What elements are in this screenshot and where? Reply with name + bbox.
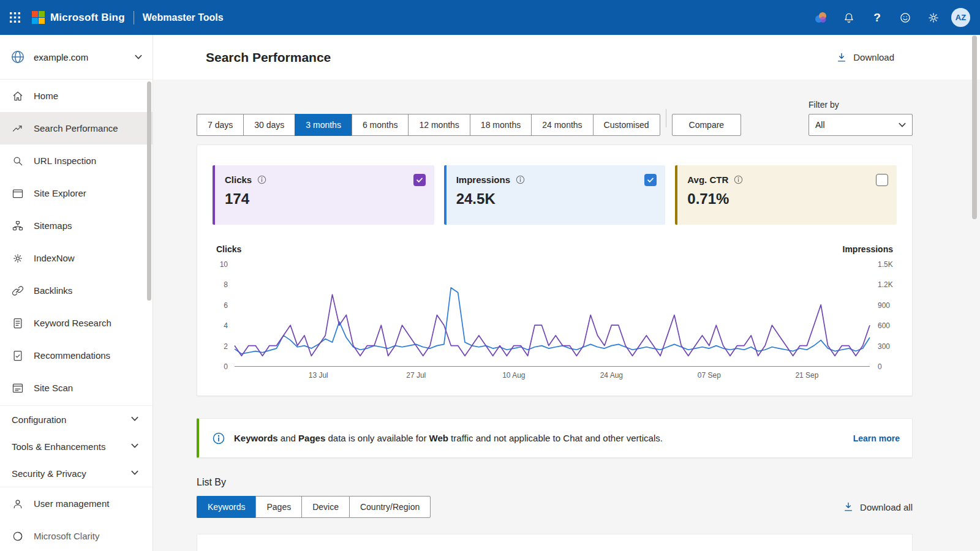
y-tick: 10 [220, 260, 228, 269]
y-tick: 300 [878, 342, 890, 351]
sidebar-scrollbar-thumb[interactable] [147, 81, 151, 301]
y-tick: 6 [224, 301, 228, 310]
site-selector[interactable]: example.com [0, 35, 153, 80]
learn-more-link[interactable]: Learn more [853, 433, 900, 443]
brand-divider [134, 11, 134, 24]
listby-tab-country-region[interactable]: Country/Region [349, 496, 431, 518]
range-tab-7-days[interactable]: 7 days [197, 114, 243, 136]
y-tick: 4 [224, 321, 228, 330]
main-scrollbar-thumb[interactable] [972, 36, 977, 219]
metric-card-clicks[interactable]: Clicks 174 [213, 165, 434, 225]
info-icon [516, 175, 525, 184]
sidebar-section-configuration[interactable]: Configuration [0, 406, 153, 433]
metric-checkbox-avg-ctr[interactable] [876, 174, 888, 186]
sidebar-item-label: Recommendations [34, 350, 110, 361]
sidebar-item-microsoft-clarity[interactable]: Microsoft Clarity [0, 520, 153, 551]
x-axis-ticks: 13 Jul27 Jul10 Aug24 Aug07 Sep21 Sep [235, 366, 870, 381]
sidebar-item-indexnow[interactable]: IndexNow [0, 242, 153, 274]
filter-dropdown-value: All [815, 120, 825, 130]
sidebar-item-sitemaps[interactable]: Sitemaps [0, 209, 153, 242]
chart: 10 8 6 4 2 0 13 Jul27 Jul10 Aug24 Aug07 … [213, 264, 897, 395]
range-tab-30-days[interactable]: 30 days [243, 114, 295, 136]
download-all-label: Download all [860, 502, 913, 512]
range-tab-6-months[interactable]: 6 months [352, 114, 409, 136]
range-tab-12-months[interactable]: 12 months [408, 114, 469, 136]
sidebar-item-label: Search Performance [34, 123, 118, 133]
sidebar-item-site-explorer[interactable]: Site Explorer [0, 177, 153, 209]
metric-label: Impressions [456, 174, 510, 185]
sidebar-item-url-inspection[interactable]: URL Inspection [0, 144, 153, 177]
download-icon [842, 501, 854, 513]
chevron-down-icon [130, 441, 139, 452]
sidebar-item-recommendations[interactable]: Recommendations [0, 339, 153, 372]
sidebar-item-home[interactable]: Home [0, 80, 153, 112]
home-icon [12, 90, 24, 102]
sidebar: example.com Home Search Performance URL … [0, 35, 153, 551]
listby-tab-keywords[interactable]: Keywords [197, 496, 255, 518]
metric-value: 0.71% [687, 190, 887, 208]
avatar[interactable]: AZ [951, 8, 970, 27]
document-lines-icon [12, 317, 24, 329]
feedback-smiley-icon[interactable] [891, 0, 919, 35]
clarity-colorful-icon[interactable] [807, 0, 835, 35]
site-name: example.com [34, 52, 88, 62]
magnifier-icon [12, 155, 24, 167]
compare-button[interactable]: Compare [672, 114, 742, 136]
metric-card-avg-ctr[interactable]: Avg. CTR 0.71% [675, 165, 897, 225]
topbar-actions: ? AZ [807, 0, 980, 35]
x-tick-label: 10 Aug [502, 371, 525, 380]
right-axis-title: Impressions [843, 244, 893, 254]
results-table-panel [197, 534, 913, 551]
browser-window-icon [12, 187, 24, 200]
sidebar-item-keyword-research[interactable]: Keyword Research [0, 307, 153, 339]
chevron-down-icon [130, 414, 139, 425]
sidebar-item-site-scan[interactable]: Site Scan [0, 372, 153, 404]
link-icon [12, 285, 24, 297]
info-icon [257, 175, 266, 184]
help-icon[interactable]: ? [863, 0, 891, 35]
filter-dropdown[interactable]: All [809, 114, 913, 136]
range-tab-24-months[interactable]: 24 months [531, 114, 592, 136]
globe-icon [10, 49, 26, 65]
metric-checkbox-impressions[interactable] [644, 174, 657, 186]
listby-tab-pages[interactable]: Pages [255, 496, 301, 518]
chevron-down-icon [130, 468, 139, 479]
x-tick-label: 21 Sep [795, 371, 818, 380]
top-app-bar: Microsoft Bing Webmaster Tools ? AZ [0, 0, 980, 35]
banner-text: Keywords and Pages data is only availabl… [234, 433, 663, 443]
toolbar-divider [666, 109, 666, 127]
notifications-bell-icon[interactable] [835, 0, 863, 35]
range-tab-customised[interactable]: Customised [593, 114, 660, 136]
download-all-button[interactable]: Download all [842, 501, 913, 513]
sidebar-item-label: Microsoft Clarity [34, 531, 100, 541]
sidebar-item-search-performance[interactable]: Search Performance [0, 112, 153, 144]
settings-gear-icon[interactable] [919, 0, 948, 35]
sidebar-nav: Home Search Performance URL Inspection S… [0, 80, 153, 404]
indexnow-gear-icon [12, 252, 24, 264]
clarity-icon [12, 530, 24, 542]
x-tick-label: 27 Jul [406, 371, 426, 380]
sidebar-section-security-privacy[interactable]: Security & Privacy [0, 460, 153, 487]
metric-card-impressions[interactable]: Impressions 24.5K [444, 165, 666, 225]
download-icon [835, 51, 848, 64]
sidebar-item-label: Site Explorer [34, 188, 86, 198]
metric-checkbox-clicks[interactable] [413, 174, 426, 186]
app-body: example.com Home Search Performance URL … [0, 35, 980, 551]
x-tick-label: 24 Aug [600, 371, 623, 380]
download-button[interactable]: Download [835, 51, 894, 64]
y-tick: 0 [878, 362, 882, 371]
range-tab-18-months[interactable]: 18 months [470, 114, 531, 136]
sidebar-section-tools-enhancements[interactable]: Tools & Enhancements [0, 433, 153, 460]
sidebar-item-label: IndexNow [34, 253, 75, 263]
app-launcher-icon[interactable] [0, 0, 29, 35]
toolbar-row: 7 days 30 days 3 months 6 months 12 mont… [197, 100, 913, 136]
list-by-label: List By [197, 477, 980, 488]
listby-tab-device[interactable]: Device [301, 496, 349, 518]
brand-name[interactable]: Microsoft Bing [50, 12, 125, 24]
sidebar-item-backlinks[interactable]: Backlinks [0, 274, 153, 307]
sidebar-item-user-management[interactable]: User management [0, 487, 153, 520]
site-scan-icon [12, 382, 24, 394]
metric-cards: Clicks 174 Impressions 24.5K [213, 165, 897, 225]
range-tab-3-months[interactable]: 3 months [295, 114, 352, 136]
product-name[interactable]: Webmaster Tools [143, 12, 224, 23]
